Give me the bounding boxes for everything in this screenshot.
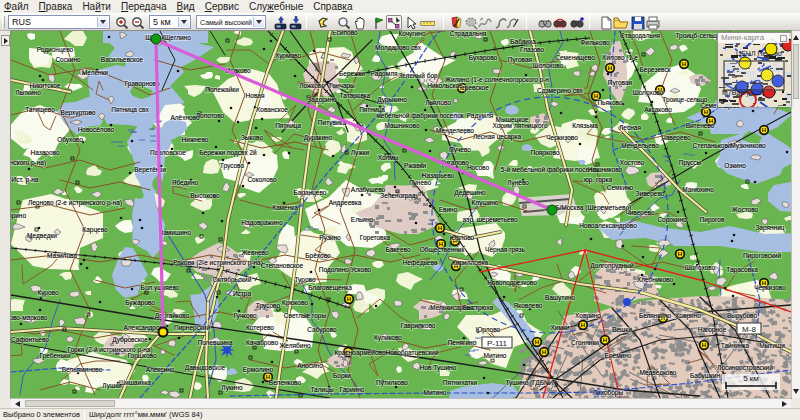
svg-text:Лунёво: Лунёво xyxy=(507,179,529,187)
svg-text:Лыткино: Лыткино xyxy=(15,89,41,96)
svg-text:Лесная цесарка: Лесная цесарка xyxy=(473,133,521,141)
svg-text:Новая: Новая xyxy=(246,92,265,99)
svg-text:H: H xyxy=(542,349,546,355)
svg-text:Березевск: Березевск xyxy=(640,66,671,74)
svg-text:Лосиноостровский: Лосиноостровский xyxy=(717,364,773,372)
svg-text:Мазилово: Мазилово xyxy=(47,252,78,259)
svg-text:Обухово: Обухово xyxy=(57,136,83,144)
svg-text:Гончары: Гончары xyxy=(329,82,355,90)
svg-text:Тарасовка: Тарасовка xyxy=(726,266,758,274)
svg-text:Куликово: Куликово xyxy=(374,334,402,342)
svg-text:Чиверево: Чиверево xyxy=(625,209,655,217)
svg-text:Сорокино: Сорокино xyxy=(657,216,687,224)
svg-text:Клязьма: Клязьма xyxy=(572,122,598,129)
svg-text:Трусово: Трусово xyxy=(220,162,245,170)
svg-text:Ложково: Ложково xyxy=(299,82,325,89)
svg-text:Хурмово: Хурмово xyxy=(275,52,301,60)
svg-text:Задорино: Задорино xyxy=(307,96,337,104)
svg-text:Бережки подсвх 2й: Бережки подсвх 2й xyxy=(199,149,257,157)
svg-text:Дурсуково-марково: Дурсуково-марково xyxy=(11,314,48,322)
svg-text:Назарьево: Назарьево xyxy=(422,172,455,180)
svg-text:Верхуртово: Верхуртово xyxy=(61,109,96,117)
svg-text:Лопотово: Лопотово xyxy=(196,112,225,119)
svg-text:Никольское: Никольское xyxy=(427,82,463,89)
svg-text:Троице-сельцо: Троице-сельцо xyxy=(663,96,708,104)
svg-text:Дедешино: Дедешино xyxy=(454,189,486,197)
svg-text:Татищево: Татищево xyxy=(25,106,55,114)
svg-text:М-8: М-8 xyxy=(742,325,756,334)
svg-text:Пучево: Пучево xyxy=(449,146,471,154)
svg-text:Жостово: Жостово xyxy=(732,206,759,213)
svg-text:Давыдовское: Давыдовское xyxy=(185,364,226,372)
svg-text:Тушино (ГДБ№7: Тушино (ГДБ№7 xyxy=(505,379,555,387)
svg-text:Крюково: Крюково xyxy=(282,299,308,307)
svg-text:Татаровка: Татаровка xyxy=(340,92,371,100)
svg-text:Семкино: Семкино xyxy=(607,184,634,191)
svg-text:Страдальня: Страдальня xyxy=(450,31,487,38)
svg-text:Глазово: Глазово xyxy=(520,46,544,53)
svg-text:Котерево: Котерево xyxy=(246,324,274,332)
svg-text:Васильевское: Васильевское xyxy=(101,56,144,63)
svg-text:Ховрино: Ховрино xyxy=(675,312,701,320)
svg-text:Радумля: Радумля xyxy=(467,112,494,120)
svg-text:Медведки: Медведки xyxy=(27,232,57,240)
svg-text:Бакеево: Бакеево xyxy=(385,246,410,253)
svg-text:Борки: Борки xyxy=(333,372,351,380)
svg-text:Лесная: Лесная xyxy=(619,124,641,131)
svg-text:Высоково: Высоково xyxy=(190,192,220,199)
svg-text:ЩЕБ/Москва (Шереметьево): ЩЕБ/Москва (Шереметьево) xyxy=(545,204,631,212)
svg-text:Фильково: Фильково xyxy=(580,39,610,46)
svg-text:Митино: Митино xyxy=(424,389,447,396)
svg-text:Черкизово: Черкизово xyxy=(546,134,578,142)
svg-text:Медведково: Медведково xyxy=(640,369,677,377)
svg-text:мебельной фабрики поселок: мебельной фабрики поселок xyxy=(376,112,463,120)
svg-text:Тайнинка: Тайнинка xyxy=(721,342,750,349)
svg-text:Хорим лятницкого: Хорим лятницкого xyxy=(492,122,547,130)
svg-text:Поярково: Поярково xyxy=(531,149,560,157)
svg-text:Соскино: Соскино xyxy=(55,56,81,63)
svg-text:Кочугино: Кочугино xyxy=(398,31,425,38)
svg-text:Пунево: Пунево xyxy=(409,179,432,187)
svg-text:H: H xyxy=(702,342,706,348)
svg-text:Пуговая: Пуговая xyxy=(508,56,533,64)
svg-text:Турово: Турово xyxy=(294,276,315,284)
svg-text:Бужарово: Бужарово xyxy=(125,299,155,307)
svg-text:Льялово: Льялово xyxy=(425,99,451,106)
svg-text:Бабаиха: Бабаиха xyxy=(510,38,536,45)
svg-text:Пирнерский: Пирнерский xyxy=(174,324,210,332)
svg-text:Юрлово: Юрлово xyxy=(450,234,475,242)
svg-text:Горетовка: Горетовка xyxy=(360,234,391,242)
svg-text:Общественник: Общественник xyxy=(420,246,465,254)
svg-text:Полежайки: Полежайки xyxy=(205,86,239,93)
svg-text:Пенягино: Пенягино xyxy=(448,339,477,346)
svg-text:Хлебниково: Хлебниково xyxy=(637,276,674,283)
svg-text:Митино: Митино xyxy=(484,352,507,359)
svg-text:Клушино: Клушино xyxy=(472,199,499,207)
svg-text:Качаброво: Качаброво xyxy=(246,339,279,347)
svg-text:Пруссы: Пруссы xyxy=(679,159,702,167)
svg-text:еревское: еревское xyxy=(461,84,489,92)
svg-text:Дуракино: Дуракино xyxy=(304,134,333,142)
svg-text:Гариино: Гариино xyxy=(340,386,365,394)
svg-text:Черкизово: Черкизово xyxy=(754,284,786,292)
svg-text:Лукино: Лукино xyxy=(221,384,243,392)
svg-text:Лихоборы: Лихоборы xyxy=(593,389,624,397)
svg-text:Шолохово: Шолохово xyxy=(533,62,564,69)
svg-text:Желябино: Желябино xyxy=(279,342,311,349)
svg-text:Ермолино: Ермолино xyxy=(243,366,274,374)
svg-text:Зиверево: Зиверево xyxy=(636,190,665,198)
svg-text:Красноармейово: Красноармейово xyxy=(334,349,385,357)
svg-text:Дергайково: Дергайково xyxy=(155,312,190,320)
svg-text:Манюхино: Манюхино xyxy=(682,186,714,193)
svg-text:Музкниково: Музкниково xyxy=(730,142,766,150)
svg-text:Курово: Курово xyxy=(37,289,59,297)
svg-text:Менделеево: Менделеево xyxy=(436,127,474,135)
svg-text:Евино: Евино xyxy=(439,206,458,213)
svg-text:Долгопрудный: Долгопрудный xyxy=(590,262,634,270)
svg-text:Пятница: Пятница xyxy=(359,106,385,114)
svg-text:Зеленоград: Зеленоград xyxy=(380,192,416,200)
svg-text:Сабурово: Сабурово xyxy=(307,326,337,334)
svg-text:Мендельево: Мендельево xyxy=(621,142,659,150)
svg-text:Зарянниц: Зарянниц xyxy=(755,224,784,232)
svg-text:Путилково: Путилково xyxy=(376,379,408,387)
